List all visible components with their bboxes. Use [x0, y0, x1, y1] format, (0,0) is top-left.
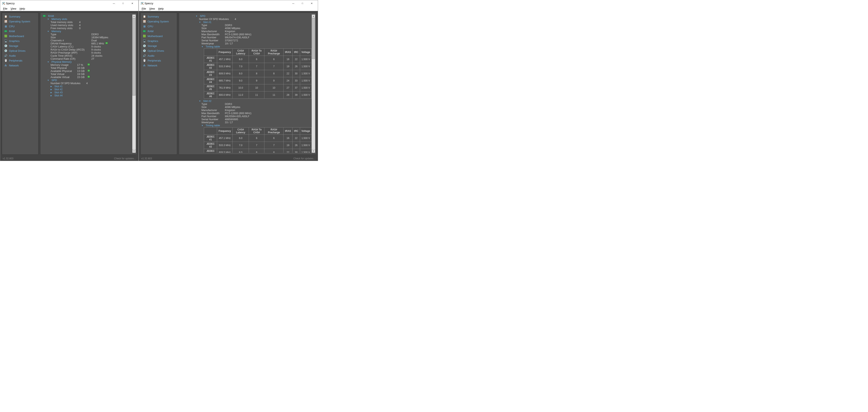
nav-os[interactable]: 🪟Operating System	[141, 19, 177, 24]
scroll-thumb[interactable]	[132, 18, 135, 96]
nav-ram[interactable]: RAM	[2, 29, 38, 34]
table-cell: 533.3 MHz	[217, 142, 232, 149]
nav-peripherals[interactable]: 🖱️Peripherals	[141, 58, 177, 63]
menu-file[interactable]: File	[140, 7, 148, 10]
check-updates-link[interactable]: Check for updates...	[293, 157, 315, 160]
close-button[interactable]: ✕	[128, 1, 137, 5]
table-cell: 6.0	[232, 56, 249, 63]
usage-indicator-icon	[88, 63, 90, 66]
sidebar: 📋Summary 🪟Operating System ▦CPU RAM 🟩Mot…	[141, 13, 177, 155]
table-cell: JEDEC #3	[204, 70, 217, 77]
statusbar: v1.32.803 Check for updates...	[139, 156, 318, 161]
scrollbar[interactable]: ▲ ▼	[312, 14, 315, 153]
maximize-button[interactable]: □	[298, 1, 307, 5]
slot2-header[interactable]: ▼ Slot #2	[196, 99, 312, 102]
nav-cpu[interactable]: ▦CPU	[141, 24, 177, 29]
table-cell: 7	[249, 142, 265, 149]
table-cell: 28	[283, 92, 292, 99]
app-body: 📋Summary 🪟Operating System ▦CPU RAM 🟩Mot…	[139, 11, 318, 156]
spd-header[interactable]: ▼ SPD	[196, 14, 312, 18]
slot2-collapsed[interactable]: ▶ Slot #2	[43, 88, 132, 91]
table-cell: 11.0	[232, 92, 249, 99]
minimize-button[interactable]: —	[109, 1, 118, 5]
table-cell: 609.5 MHz	[217, 149, 232, 153]
row-type: TypeDDR3	[43, 33, 132, 36]
slot3-collapsed[interactable]: ▶ Slot #3	[43, 91, 132, 94]
menubar: File View Help	[0, 6, 138, 11]
graphics-icon: 🖥️	[4, 39, 7, 42]
row-mem-usage: Memory Usage17 %	[43, 63, 132, 66]
nav-network[interactable]: 🖧Network	[141, 63, 177, 68]
minimize-button[interactable]: —	[289, 1, 298, 5]
slot1-header[interactable]: ▼ Slot #1	[196, 21, 312, 24]
table-row: JEDEC #3609.5 MHz8.08822301.500 V	[204, 70, 312, 77]
row-spd-count: Number Of SPD Modules4	[196, 18, 312, 21]
scroll-down-button[interactable]: ▼	[312, 149, 315, 153]
sidebar: 📋Summary 🪟Operating System ▦CPU RAM 🟩Mot…	[2, 13, 38, 155]
scroll-up-button[interactable]: ▲	[312, 14, 315, 18]
motherboard-icon: 🟩	[143, 34, 146, 38]
menu-view[interactable]: View	[148, 7, 157, 10]
table-cell: 1.500 V	[300, 149, 311, 153]
table-cell: 22	[283, 70, 292, 77]
optical-icon: 💿	[4, 49, 7, 52]
menu-help[interactable]: Help	[157, 7, 165, 10]
nav-optical[interactable]: 💿Optical Drives	[2, 48, 38, 53]
titlebar[interactable]: 🛠️ Speccy — □ ✕	[0, 0, 138, 6]
close-button[interactable]: ✕	[307, 1, 316, 5]
scrollbar[interactable]: ▲ ▼	[132, 14, 136, 153]
memory-slots-header[interactable]: ▼ Memory slots	[43, 18, 132, 21]
memory-header[interactable]: ▼ Memory	[43, 30, 132, 33]
table-cell: 800.0 MHz	[217, 92, 232, 99]
avail-indicator-icon	[88, 69, 90, 72]
nav-motherboard[interactable]: 🟩Motherboard	[141, 34, 177, 38]
ram-header[interactable]: RAM	[43, 14, 132, 18]
check-updates-link[interactable]: Check for updates...	[114, 157, 136, 160]
nav-ram[interactable]: RAM	[141, 29, 177, 34]
nav-graphics[interactable]: 🖥️Graphics	[141, 38, 177, 43]
window-controls: — □ ✕	[289, 1, 316, 5]
nav-peripherals[interactable]: 🖱️Peripherals	[2, 58, 38, 63]
maximize-button[interactable]: □	[118, 1, 128, 5]
scroll-down-button[interactable]: ▼	[132, 149, 136, 153]
table-cell: 685.7 MHz	[217, 77, 232, 84]
nav-summary[interactable]: 📋Summary	[2, 14, 38, 19]
cpu-icon: ▦	[4, 25, 7, 28]
table-cell: JEDEC #5	[204, 84, 217, 92]
content-panel: RAM ▼ Memory slots Total memory slots4 U…	[40, 13, 137, 155]
nav-audio[interactable]: 🔊Audio	[2, 53, 38, 58]
nav-audio[interactable]: 🔊Audio	[141, 53, 177, 58]
nav-network[interactable]: 🖧Network	[2, 63, 38, 68]
table-cell: 19	[283, 142, 292, 149]
nav-cpu[interactable]: ▦CPU	[2, 24, 38, 29]
nav-motherboard[interactable]: 🟩Motherboard	[2, 34, 38, 38]
nav-optical[interactable]: 💿Optical Drives	[141, 48, 177, 53]
nav-summary[interactable]: 📋Summary	[141, 14, 177, 19]
table-cell: 6.0	[232, 135, 249, 142]
table-row: JEDEC #2533.3 MHz7.07719261.500 V	[204, 63, 312, 70]
slot1-collapsed[interactable]: ▶ Slot #1	[43, 85, 132, 88]
os-icon: 🪟	[4, 20, 7, 23]
menu-help[interactable]: Help	[18, 7, 27, 10]
table-cell: 30	[292, 149, 300, 153]
nav-graphics[interactable]: 🖥️Graphics	[2, 38, 38, 43]
scroll-thumb[interactable]	[312, 18, 315, 59]
physical-memory-header[interactable]: ▼ Physical Memory	[43, 60, 132, 63]
menu-view[interactable]: View	[9, 7, 18, 10]
s1-timing-header[interactable]: ▼ Timing table	[196, 45, 312, 48]
table-cell: 1.500 V	[300, 92, 311, 99]
row-total-virtual: Total Virtual19 GB	[43, 72, 132, 75]
table-cell: 6	[265, 56, 283, 63]
s2-timing-header[interactable]: ▼ Timing table	[196, 124, 312, 127]
titlebar[interactable]: 🛠️ Speccy — □ ✕	[139, 0, 318, 6]
menu-file[interactable]: File	[1, 7, 9, 10]
nav-storage[interactable]: 💽Storage	[141, 43, 177, 48]
table-cell: 27	[283, 84, 292, 92]
scroll-up-button[interactable]: ▲	[132, 14, 136, 18]
slot4-collapsed[interactable]: ▶ Slot #4	[43, 94, 132, 97]
spd-header[interactable]: ▼ SPD	[43, 78, 132, 82]
version-label: v1.32.803	[3, 157, 13, 160]
nav-storage[interactable]: 💽Storage	[2, 43, 38, 48]
table-cell: 457.1 MHz	[217, 135, 232, 142]
nav-os[interactable]: 🪟Operating System	[2, 19, 38, 24]
